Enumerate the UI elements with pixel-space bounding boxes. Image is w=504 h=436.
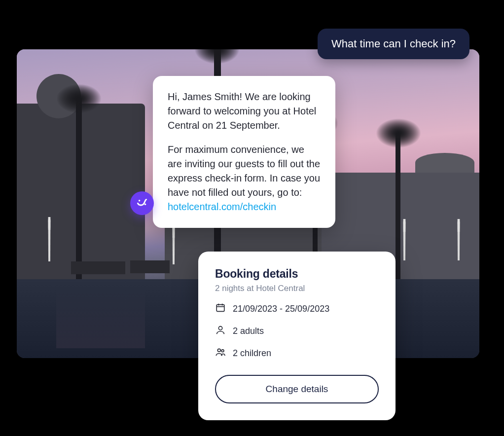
change-details-button[interactable]: Change details (215, 375, 379, 403)
checkin-link[interactable]: hotelcentral.com/checkin (168, 201, 276, 212)
assistant-message-bubble: Hi, James Smith! We are looking forward … (153, 76, 335, 228)
assistant-text: For maximum convenience, we are inviting… (168, 144, 320, 198)
assistant-paragraph: Hi, James Smith! We are looking forward … (168, 90, 321, 133)
svg-rect-2 (216, 305, 224, 312)
user-message-bubble: What time can I check in? (318, 29, 469, 59)
booking-title: Booking details (215, 267, 379, 281)
booking-children-text: 2 children (233, 348, 271, 359)
booking-adults-row: 2 adults (215, 325, 379, 338)
booking-dates-row: 21/09/2023 - 25/09/2023 (215, 302, 379, 316)
user-message-text: What time can I check in? (331, 37, 456, 50)
booking-adults-text: 2 adults (233, 326, 264, 336)
pool-reflection (56, 289, 145, 348)
bot-avatar (130, 191, 154, 215)
bot-avatar-icon (136, 196, 148, 211)
booking-subtitle: 2 nights at Hotel Central (215, 284, 379, 293)
lounger (71, 261, 125, 274)
svg-point-0 (139, 200, 140, 201)
booking-details-card: Booking details 2 nights at Hotel Centra… (198, 252, 396, 420)
booking-dates-text: 21/09/2023 - 25/09/2023 (233, 304, 329, 314)
people-icon (215, 347, 226, 360)
svg-point-7 (217, 349, 220, 352)
svg-point-8 (221, 350, 224, 352)
person-icon (215, 325, 226, 338)
svg-point-6 (218, 327, 222, 330)
lounger (130, 260, 170, 273)
svg-point-1 (144, 204, 146, 205)
assistant-paragraph: For maximum convenience, we are inviting… (168, 143, 321, 214)
booking-children-row: 2 children (215, 347, 379, 360)
palm-tree (396, 133, 400, 281)
calendar-icon (215, 302, 226, 316)
